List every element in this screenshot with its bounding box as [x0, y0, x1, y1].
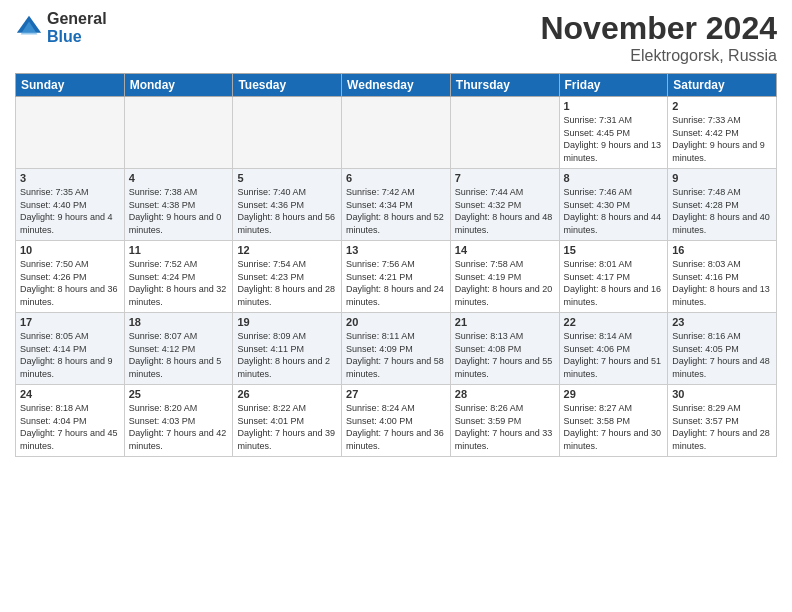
day-number: 4 [129, 172, 229, 184]
day-number: 30 [672, 388, 772, 400]
day-cell: 10Sunrise: 7:50 AM Sunset: 4:26 PM Dayli… [16, 241, 125, 313]
day-info: Sunrise: 8:13 AM Sunset: 4:08 PM Dayligh… [455, 330, 555, 380]
weekday-wednesday: Wednesday [342, 74, 451, 97]
day-cell: 14Sunrise: 7:58 AM Sunset: 4:19 PM Dayli… [450, 241, 559, 313]
week-row-4: 17Sunrise: 8:05 AM Sunset: 4:14 PM Dayli… [16, 313, 777, 385]
day-cell: 28Sunrise: 8:26 AM Sunset: 3:59 PM Dayli… [450, 385, 559, 457]
day-number: 22 [564, 316, 664, 328]
day-cell: 22Sunrise: 8:14 AM Sunset: 4:06 PM Dayli… [559, 313, 668, 385]
week-row-3: 10Sunrise: 7:50 AM Sunset: 4:26 PM Dayli… [16, 241, 777, 313]
day-number: 9 [672, 172, 772, 184]
day-cell: 25Sunrise: 8:20 AM Sunset: 4:03 PM Dayli… [124, 385, 233, 457]
day-info: Sunrise: 7:42 AM Sunset: 4:34 PM Dayligh… [346, 186, 446, 236]
day-info: Sunrise: 7:48 AM Sunset: 4:28 PM Dayligh… [672, 186, 772, 236]
day-info: Sunrise: 7:52 AM Sunset: 4:24 PM Dayligh… [129, 258, 229, 308]
title-block: November 2024 Elektrogorsk, Russia [540, 10, 777, 65]
logo-text: General Blue [47, 10, 107, 45]
day-number: 20 [346, 316, 446, 328]
day-number: 25 [129, 388, 229, 400]
weekday-sunday: Sunday [16, 74, 125, 97]
day-info: Sunrise: 8:01 AM Sunset: 4:17 PM Dayligh… [564, 258, 664, 308]
day-info: Sunrise: 8:29 AM Sunset: 3:57 PM Dayligh… [672, 402, 772, 452]
day-number: 14 [455, 244, 555, 256]
day-cell: 18Sunrise: 8:07 AM Sunset: 4:12 PM Dayli… [124, 313, 233, 385]
day-number: 21 [455, 316, 555, 328]
day-info: Sunrise: 8:27 AM Sunset: 3:58 PM Dayligh… [564, 402, 664, 452]
day-number: 18 [129, 316, 229, 328]
day-info: Sunrise: 7:40 AM Sunset: 4:36 PM Dayligh… [237, 186, 337, 236]
weekday-friday: Friday [559, 74, 668, 97]
day-cell: 29Sunrise: 8:27 AM Sunset: 3:58 PM Dayli… [559, 385, 668, 457]
day-info: Sunrise: 8:14 AM Sunset: 4:06 PM Dayligh… [564, 330, 664, 380]
location: Elektrogorsk, Russia [540, 47, 777, 65]
day-info: Sunrise: 8:07 AM Sunset: 4:12 PM Dayligh… [129, 330, 229, 380]
day-cell: 1Sunrise: 7:31 AM Sunset: 4:45 PM Daylig… [559, 97, 668, 169]
day-number: 29 [564, 388, 664, 400]
day-number: 3 [20, 172, 120, 184]
day-number: 7 [455, 172, 555, 184]
day-cell: 12Sunrise: 7:54 AM Sunset: 4:23 PM Dayli… [233, 241, 342, 313]
day-number: 28 [455, 388, 555, 400]
logo-general: General [47, 10, 107, 28]
page: General Blue November 2024 Elektrogorsk,… [0, 0, 792, 612]
day-info: Sunrise: 7:38 AM Sunset: 4:38 PM Dayligh… [129, 186, 229, 236]
day-cell: 20Sunrise: 8:11 AM Sunset: 4:09 PM Dayli… [342, 313, 451, 385]
day-cell [233, 97, 342, 169]
week-row-2: 3Sunrise: 7:35 AM Sunset: 4:40 PM Daylig… [16, 169, 777, 241]
weekday-tuesday: Tuesday [233, 74, 342, 97]
logo-icon [15, 14, 43, 42]
day-number: 13 [346, 244, 446, 256]
day-cell: 6Sunrise: 7:42 AM Sunset: 4:34 PM Daylig… [342, 169, 451, 241]
day-number: 5 [237, 172, 337, 184]
day-number: 24 [20, 388, 120, 400]
day-number: 16 [672, 244, 772, 256]
day-cell: 4Sunrise: 7:38 AM Sunset: 4:38 PM Daylig… [124, 169, 233, 241]
day-info: Sunrise: 7:50 AM Sunset: 4:26 PM Dayligh… [20, 258, 120, 308]
logo: General Blue [15, 10, 107, 45]
day-cell: 8Sunrise: 7:46 AM Sunset: 4:30 PM Daylig… [559, 169, 668, 241]
day-info: Sunrise: 7:58 AM Sunset: 4:19 PM Dayligh… [455, 258, 555, 308]
day-number: 2 [672, 100, 772, 112]
day-number: 19 [237, 316, 337, 328]
day-info: Sunrise: 8:18 AM Sunset: 4:04 PM Dayligh… [20, 402, 120, 452]
day-number: 23 [672, 316, 772, 328]
day-info: Sunrise: 8:20 AM Sunset: 4:03 PM Dayligh… [129, 402, 229, 452]
day-info: Sunrise: 7:35 AM Sunset: 4:40 PM Dayligh… [20, 186, 120, 236]
day-cell: 23Sunrise: 8:16 AM Sunset: 4:05 PM Dayli… [668, 313, 777, 385]
logo-blue: Blue [47, 28, 107, 46]
day-info: Sunrise: 8:03 AM Sunset: 4:16 PM Dayligh… [672, 258, 772, 308]
day-info: Sunrise: 7:46 AM Sunset: 4:30 PM Dayligh… [564, 186, 664, 236]
day-cell: 5Sunrise: 7:40 AM Sunset: 4:36 PM Daylig… [233, 169, 342, 241]
day-number: 10 [20, 244, 120, 256]
day-cell [450, 97, 559, 169]
day-cell: 2Sunrise: 7:33 AM Sunset: 4:42 PM Daylig… [668, 97, 777, 169]
week-row-1: 1Sunrise: 7:31 AM Sunset: 4:45 PM Daylig… [16, 97, 777, 169]
header: General Blue November 2024 Elektrogorsk,… [15, 10, 777, 65]
day-info: Sunrise: 7:54 AM Sunset: 4:23 PM Dayligh… [237, 258, 337, 308]
day-info: Sunrise: 7:56 AM Sunset: 4:21 PM Dayligh… [346, 258, 446, 308]
day-cell: 17Sunrise: 8:05 AM Sunset: 4:14 PM Dayli… [16, 313, 125, 385]
day-cell: 9Sunrise: 7:48 AM Sunset: 4:28 PM Daylig… [668, 169, 777, 241]
day-cell: 11Sunrise: 7:52 AM Sunset: 4:24 PM Dayli… [124, 241, 233, 313]
day-info: Sunrise: 8:05 AM Sunset: 4:14 PM Dayligh… [20, 330, 120, 380]
weekday-saturday: Saturday [668, 74, 777, 97]
day-cell: 26Sunrise: 8:22 AM Sunset: 4:01 PM Dayli… [233, 385, 342, 457]
day-number: 8 [564, 172, 664, 184]
month-title: November 2024 [540, 10, 777, 47]
day-info: Sunrise: 8:09 AM Sunset: 4:11 PM Dayligh… [237, 330, 337, 380]
day-number: 6 [346, 172, 446, 184]
weekday-header-row: SundayMondayTuesdayWednesdayThursdayFrid… [16, 74, 777, 97]
day-cell: 15Sunrise: 8:01 AM Sunset: 4:17 PM Dayli… [559, 241, 668, 313]
day-info: Sunrise: 8:26 AM Sunset: 3:59 PM Dayligh… [455, 402, 555, 452]
day-info: Sunrise: 7:33 AM Sunset: 4:42 PM Dayligh… [672, 114, 772, 164]
day-cell: 27Sunrise: 8:24 AM Sunset: 4:00 PM Dayli… [342, 385, 451, 457]
day-cell: 21Sunrise: 8:13 AM Sunset: 4:08 PM Dayli… [450, 313, 559, 385]
day-cell: 30Sunrise: 8:29 AM Sunset: 3:57 PM Dayli… [668, 385, 777, 457]
day-info: Sunrise: 7:44 AM Sunset: 4:32 PM Dayligh… [455, 186, 555, 236]
calendar-table: SundayMondayTuesdayWednesdayThursdayFrid… [15, 73, 777, 457]
day-number: 27 [346, 388, 446, 400]
week-row-5: 24Sunrise: 8:18 AM Sunset: 4:04 PM Dayli… [16, 385, 777, 457]
day-cell: 16Sunrise: 8:03 AM Sunset: 4:16 PM Dayli… [668, 241, 777, 313]
day-cell [16, 97, 125, 169]
day-cell: 7Sunrise: 7:44 AM Sunset: 4:32 PM Daylig… [450, 169, 559, 241]
